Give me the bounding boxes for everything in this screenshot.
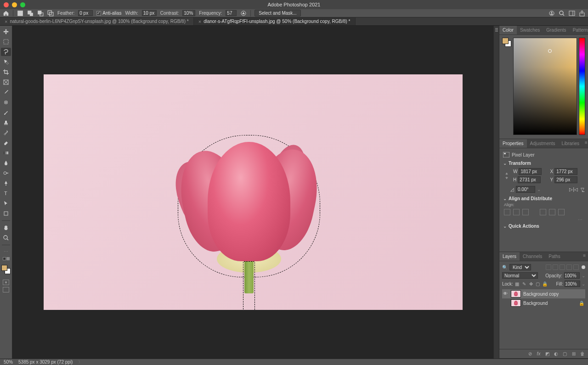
tab-adjustments[interactable]: Adjustments: [527, 139, 559, 148]
fill-input[interactable]: [565, 281, 580, 287]
workspace-icon[interactable]: [569, 10, 575, 17]
filter-search-icon[interactable]: 🔍: [502, 265, 508, 270]
home-icon[interactable]: [3, 10, 9, 17]
align-hcenter-icon[interactable]: [513, 209, 520, 215]
lock-artboard-icon[interactable]: ▢: [535, 281, 541, 286]
align-section-toggle[interactable]: ⌄Align and Distribute: [503, 195, 584, 202]
share-icon[interactable]: [579, 10, 585, 17]
type-tool[interactable]: T: [1, 189, 11, 197]
angle-field[interactable]: [516, 186, 535, 193]
foreground-background-colors[interactable]: [1, 265, 11, 274]
color-swatches[interactable]: [502, 38, 511, 47]
tab-gradients[interactable]: Gradients: [543, 26, 569, 34]
lock-position-icon[interactable]: ✥: [528, 281, 534, 286]
link-wh-icon[interactable]: [503, 172, 510, 180]
move-tool[interactable]: [1, 28, 11, 36]
eraser-tool[interactable]: [1, 139, 11, 147]
stamp-tool[interactable]: [1, 118, 11, 127]
opacity-input[interactable]: [564, 272, 580, 279]
filter-kind-select[interactable]: Kind: [509, 264, 531, 270]
new-selection-icon[interactable]: [17, 10, 23, 17]
frame-tool[interactable]: [1, 78, 11, 86]
align-bottom-icon[interactable]: [558, 209, 565, 215]
flip-vertical-icon[interactable]: ▽̲: [581, 187, 584, 192]
tab-libraries[interactable]: Libraries: [559, 139, 582, 148]
lock-transparency-icon[interactable]: ▦: [514, 281, 520, 286]
link-layers-icon[interactable]: ⊘: [527, 351, 533, 357]
filter-toggle[interactable]: [582, 265, 585, 269]
feather-input[interactable]: [78, 10, 93, 16]
marquee-tool[interactable]: [1, 38, 11, 46]
intersect-selection-icon[interactable]: [47, 10, 54, 17]
blend-mode-select[interactable]: Normal: [502, 272, 538, 279]
new-layer-icon[interactable]: ⊞: [571, 351, 577, 357]
layer-row[interactable]: Background 🔒: [502, 298, 585, 308]
adjustment-icon[interactable]: ◐: [553, 351, 559, 357]
document-canvas[interactable]: [44, 74, 463, 310]
tab-paths[interactable]: Paths: [545, 252, 564, 261]
frequency-input[interactable]: [226, 10, 237, 16]
layer-thumbnail[interactable]: [511, 299, 521, 307]
add-selection-icon[interactable]: [27, 10, 34, 17]
document-tab-2[interactable]: ×dlanor-s-ATgfRqpFfFI-unsplash.jpg @ 50%…: [194, 17, 356, 25]
layer-name[interactable]: Background copy: [523, 292, 559, 297]
align-right-icon[interactable]: [522, 209, 529, 215]
align-left-icon[interactable]: [504, 209, 510, 215]
crop-tool[interactable]: [1, 68, 11, 76]
dodge-tool[interactable]: [1, 169, 11, 177]
collapsed-panel-strip[interactable]: [493, 26, 499, 359]
antialias-checkbox[interactable]: [96, 11, 101, 16]
quick-mask-icon[interactable]: [3, 280, 9, 285]
tab-color[interactable]: Color: [499, 26, 517, 34]
lock-pixels-icon[interactable]: ✎: [521, 281, 527, 286]
subtract-selection-icon[interactable]: [37, 10, 44, 17]
filter-smart-icon[interactable]: [573, 264, 579, 270]
visibility-icon[interactable]: 👁: [503, 291, 509, 297]
filter-shape-icon[interactable]: [566, 264, 572, 270]
history-brush-tool[interactable]: [1, 129, 11, 137]
foreground-color-swatch[interactable]: [1, 265, 7, 271]
fx-icon[interactable]: fx: [536, 351, 542, 357]
layer-name[interactable]: Background: [523, 301, 548, 306]
y-field[interactable]: [554, 176, 577, 183]
tab-channels[interactable]: Channels: [520, 252, 545, 261]
eyedropper-tool[interactable]: [1, 88, 11, 96]
tab-properties[interactable]: Properties: [499, 139, 527, 148]
color-field[interactable]: [513, 38, 577, 135]
edit-toolbar-icon[interactable]: ⋯: [3, 248, 9, 254]
status-flyout-icon[interactable]: 〉: [78, 359, 83, 365]
search-icon[interactable]: [559, 10, 565, 17]
hue-slider[interactable]: [579, 38, 585, 135]
delete-icon[interactable]: 🗑: [579, 351, 585, 357]
layer-row[interactable]: 👁 Background copy: [502, 289, 585, 298]
healing-tool[interactable]: [1, 98, 11, 107]
select-and-mask-button[interactable]: Select and Mask...: [254, 10, 300, 17]
tab-layers[interactable]: Layers: [499, 252, 520, 261]
close-icon[interactable]: ×: [5, 19, 7, 24]
mask-icon[interactable]: ◩: [544, 351, 550, 357]
zoom-level[interactable]: 50%: [4, 359, 13, 365]
tab-swatches[interactable]: Swatches: [517, 26, 543, 34]
layer-thumbnail[interactable]: [511, 290, 521, 298]
close-icon[interactable]: ×: [198, 19, 201, 24]
quick-select-tool[interactable]: [1, 58, 11, 66]
width-input[interactable]: [142, 10, 157, 16]
shape-tool[interactable]: [1, 209, 11, 218]
window-minimize-button[interactable]: [12, 2, 17, 7]
hand-tool[interactable]: [1, 224, 11, 232]
filter-pixel-icon[interactable]: [546, 264, 551, 270]
align-top-icon[interactable]: [540, 209, 546, 215]
flip-horizontal-icon[interactable]: ▷|◁: [569, 187, 578, 192]
pen-tool[interactable]: [1, 179, 11, 187]
cloud-docs-icon[interactable]: [548, 10, 555, 17]
height-field[interactable]: [518, 176, 541, 183]
x-field[interactable]: [554, 168, 577, 175]
gradient-tool[interactable]: [1, 149, 11, 157]
filter-adjust-icon[interactable]: [553, 264, 558, 270]
blur-tool[interactable]: [1, 159, 11, 167]
pen-pressure-icon[interactable]: [240, 10, 247, 17]
brush-tool[interactable]: [1, 108, 11, 117]
window-close-button[interactable]: [4, 2, 9, 7]
panel-menu-icon[interactable]: ≡: [582, 139, 588, 148]
align-vcenter-icon[interactable]: [549, 209, 555, 215]
